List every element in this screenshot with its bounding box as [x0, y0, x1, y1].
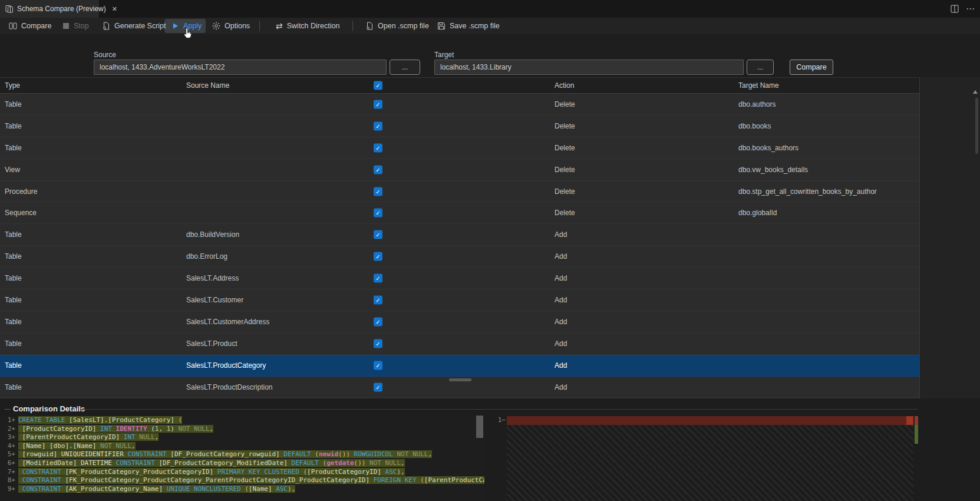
row-type: Table [5, 361, 22, 370]
row-source-name: SalesLT.ProductCategory [186, 361, 266, 370]
open-scmp-button[interactable]: Open .scmp file [365, 18, 429, 34]
row-include-checkbox[interactable]: ✓ [374, 187, 382, 196]
split-editor-icon[interactable] [951, 5, 959, 13]
grid-vertical-scrollbar[interactable] [975, 98, 978, 154]
compare-label: Compare [21, 22, 51, 30]
row-type: Table [5, 340, 22, 348]
row-source-name: dbo.ErrorLog [186, 252, 227, 261]
row-type: Sequence [5, 209, 37, 217]
row-type: Table [5, 100, 22, 108]
row-action: Delete [555, 209, 575, 217]
table-row[interactable]: TableSalesLT.Product✓Add [0, 333, 919, 355]
row-source-name: SalesLT.Product [186, 340, 237, 348]
row-target-name: dbo.authors [738, 100, 776, 108]
source-browse-button[interactable]: ... [390, 60, 420, 75]
row-include-checkbox[interactable]: ✓ [374, 383, 382, 391]
row-target-name: dbo.globalId [738, 209, 777, 217]
editor-actions: ⋯ [951, 0, 975, 18]
line-number: 4+ [0, 442, 15, 451]
table-row[interactable]: Tabledbo.ErrorLog✓Add [0, 246, 919, 268]
stop-icon [62, 22, 70, 29]
row-include-checkbox[interactable]: ✓ [374, 209, 382, 217]
row-include-checkbox[interactable]: ✓ [374, 317, 382, 326]
row-include-checkbox[interactable]: ✓ [374, 230, 382, 239]
code-text: CONSTRAINT [AK_ProductCategory_Name] UNI… [18, 485, 295, 493]
schema-compare-icon [5, 5, 14, 13]
table-row[interactable]: Table✓Deletedbo.authors [0, 94, 919, 116]
more-actions-icon[interactable]: ⋯ [966, 4, 975, 14]
grid-right-filler [919, 77, 980, 398]
table-row[interactable]: Table✓Deletedbo.books_authors [0, 137, 919, 159]
line-number: 5+ [0, 450, 15, 459]
row-include-checkbox[interactable]: ✓ [374, 165, 382, 174]
line-number: 1+ [0, 416, 15, 425]
row-type: View [5, 166, 20, 174]
table-row[interactable]: TableSalesLT.ProductCategory✓Add [0, 355, 919, 377]
table-row[interactable]: TableSalesLT.CustomerAddress✓Add [0, 311, 919, 333]
code-line[interactable]: 9+ CONSTRAINT [AK_ProductCategory_Name] … [0, 485, 484, 494]
code-text: CREATE TABLE [SalesLT].[ProductCategory]… [18, 416, 182, 424]
row-include-checkbox[interactable]: ✓ [374, 339, 382, 348]
diff-removed-line-cap [906, 416, 913, 425]
target-browse-button[interactable]: ... [747, 60, 774, 75]
code-text: [ModifiedDate] DATETIME CONSTRAINT [DF_P… [18, 459, 405, 467]
row-target-name: dbo.stp_get_all_cowritten_books_by_autho… [738, 187, 877, 196]
generate-script-label: Generate Script [114, 22, 166, 30]
open-scmp-label: Open .scmp file [378, 22, 429, 30]
row-include-checkbox[interactable]: ✓ [374, 100, 382, 108]
code-line[interactable]: 4+ [Name] [dbo].[Name] NOT NULL, [0, 442, 484, 451]
code-line[interactable]: 3+ [ParentProductCategoryID] INT NULL, [0, 433, 484, 442]
generate-script-button[interactable]: Generate Script [102, 18, 166, 34]
table-row[interactable]: Sequence✓Deletedbo.globalId [0, 202, 919, 224]
table-row[interactable]: View✓Deletedbo.vw_books_details [0, 159, 919, 181]
line-number: 7+ [0, 468, 15, 477]
diff-left-scrollbar[interactable] [476, 416, 483, 438]
compare-run-button[interactable]: Compare [790, 60, 833, 75]
code-line[interactable]: 6+ [ModifiedDate] DATETIME CONSTRAINT [D… [0, 459, 484, 468]
table-row[interactable]: Table✓Deletedbo.books [0, 116, 919, 137]
row-target-name: dbo.books_authors [738, 144, 798, 152]
stop-button[interactable]: Stop [62, 18, 89, 34]
stop-label: Stop [74, 22, 89, 30]
code-line[interactable]: 1+CREATE TABLE [SalesLT].[ProductCategor… [0, 416, 484, 425]
code-line[interactable]: 7+ CONSTRAINT [PK_ProductCategory_Produc… [0, 468, 484, 477]
table-row[interactable]: TableSalesLT.Customer✓Add [0, 289, 919, 311]
switch-direction-button[interactable]: ⇄ Switch Direction [276, 18, 339, 34]
grid-scroll-up-arrow[interactable] [973, 90, 978, 94]
header-include-checkbox[interactable]: ✓ [374, 81, 382, 90]
row-include-checkbox[interactable]: ✓ [374, 295, 382, 304]
source-input[interactable] [94, 60, 387, 75]
row-source-name: SalesLT.Address [186, 274, 239, 282]
diff-left-lines[interactable]: 1+CREATE TABLE [SalesLT].[ProductCategor… [0, 416, 484, 501]
target-input[interactable] [434, 60, 744, 75]
code-line[interactable]: 2+ [ProductCategoryID] INT IDENTITY (1, … [0, 425, 484, 434]
apply-button[interactable]: Apply [172, 18, 202, 34]
table-row[interactable]: Procedure✓Deletedbo.stp_get_all_cowritte… [0, 181, 919, 203]
options-button[interactable]: Options [212, 18, 250, 34]
overview-ruler-removed-mark [915, 416, 918, 425]
source-label: Source [94, 51, 116, 59]
row-include-checkbox[interactable]: ✓ [374, 274, 382, 283]
row-include-checkbox[interactable]: ✓ [374, 121, 382, 130]
row-type: Table [5, 144, 22, 152]
grid-horizontal-scrollbar[interactable] [449, 378, 471, 381]
row-include-checkbox[interactable]: ✓ [374, 143, 382, 152]
code-text: [Name] [dbo].[Name] NOT NULL, [18, 442, 136, 450]
line-number: 8+ [0, 476, 15, 485]
table-row[interactable]: TableSalesLT.Address✓Add [0, 268, 919, 289]
close-tab-icon[interactable]: ✕ [112, 5, 117, 13]
code-line[interactable]: 5+ [rowguid] UNIQUEIDENTIFIER CONSTRAINT… [0, 450, 484, 459]
compare-icon [9, 22, 17, 30]
code-line[interactable]: 8+ CONSTRAINT [FK_ProductCategory_Produc… [0, 476, 484, 485]
tab-schema-compare[interactable]: Schema Compare (Preview) ✕ [0, 0, 99, 18]
compare-button[interactable]: Compare [9, 18, 51, 34]
table-row[interactable]: Tabledbo.BuildVersion✓Add [0, 224, 919, 246]
row-action: Add [555, 318, 567, 326]
row-include-checkbox[interactable]: ✓ [374, 361, 382, 370]
column-type: Type [5, 81, 20, 90]
save-scmp-button[interactable]: Save .scmp file [437, 18, 500, 34]
row-type: Table [5, 122, 22, 130]
save-icon [437, 22, 446, 30]
row-include-checkbox[interactable]: ✓ [374, 252, 382, 261]
toolbar-separator [352, 21, 353, 31]
